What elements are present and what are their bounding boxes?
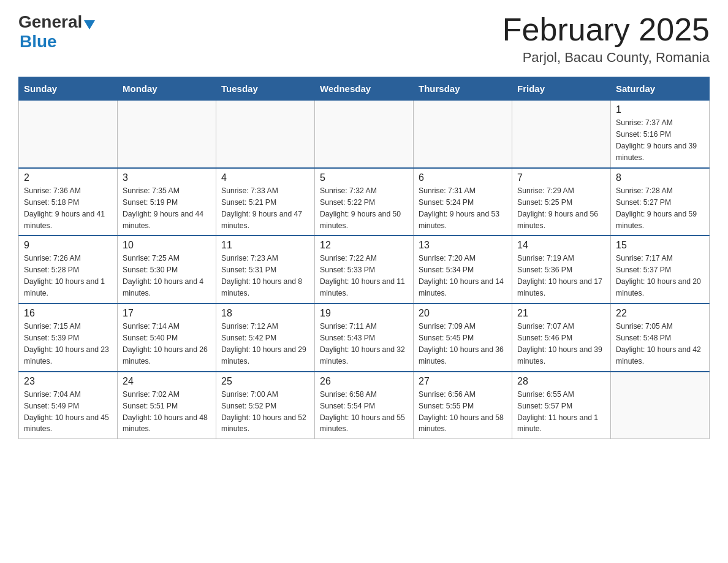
- day-number: 5: [320, 172, 408, 183]
- day-number: 27: [419, 376, 507, 387]
- calendar-week-row: 23Sunrise: 7:04 AM Sunset: 5:49 PM Dayli…: [19, 372, 710, 439]
- day-number: 26: [320, 376, 408, 387]
- day-number: 21: [517, 308, 605, 319]
- table-row: [19, 101, 118, 168]
- page-header: General Blue February 2025 Parjol, Bacau…: [18, 12, 710, 66]
- day-number: 15: [616, 240, 704, 251]
- day-info: Sunrise: 7:05 AM Sunset: 5:48 PM Dayligh…: [616, 321, 704, 367]
- day-info: Sunrise: 7:00 AM Sunset: 5:52 PM Dayligh…: [221, 389, 309, 435]
- day-info: Sunrise: 7:32 AM Sunset: 5:22 PM Dayligh…: [320, 185, 408, 232]
- calendar-table: Sunday Monday Tuesday Wednesday Thursday…: [18, 77, 710, 439]
- day-number: 22: [616, 308, 704, 319]
- table-row: 15Sunrise: 7:17 AM Sunset: 5:37 PM Dayli…: [611, 236, 710, 304]
- table-row: [611, 372, 710, 439]
- day-info: Sunrise: 7:22 AM Sunset: 5:33 PM Dayligh…: [320, 253, 408, 299]
- day-number: 25: [221, 376, 309, 387]
- table-row: 6Sunrise: 7:31 AM Sunset: 5:24 PM Daylig…: [414, 168, 512, 236]
- logo-blue-text: Blue: [20, 32, 57, 51]
- day-info: Sunrise: 7:25 AM Sunset: 5:30 PM Dayligh…: [123, 253, 211, 299]
- day-info: Sunrise: 7:26 AM Sunset: 5:28 PM Dayligh…: [24, 253, 112, 299]
- month-title: February 2025: [502, 12, 710, 47]
- day-number: 24: [123, 376, 211, 387]
- table-row: [118, 101, 216, 168]
- table-row: [216, 101, 315, 168]
- day-number: 17: [123, 308, 211, 319]
- table-row: 14Sunrise: 7:19 AM Sunset: 5:36 PM Dayli…: [512, 236, 611, 304]
- day-info: Sunrise: 7:20 AM Sunset: 5:34 PM Dayligh…: [419, 253, 507, 299]
- col-wednesday: Wednesday: [315, 77, 414, 101]
- col-friday: Friday: [512, 77, 611, 101]
- day-number: 16: [24, 308, 112, 319]
- col-saturday: Saturday: [611, 77, 710, 101]
- table-row: 9Sunrise: 7:26 AM Sunset: 5:28 PM Daylig…: [19, 236, 118, 304]
- day-info: Sunrise: 7:28 AM Sunset: 5:27 PM Dayligh…: [616, 185, 704, 232]
- table-row: [414, 101, 512, 168]
- day-info: Sunrise: 7:29 AM Sunset: 5:25 PM Dayligh…: [517, 185, 605, 232]
- table-row: 20Sunrise: 7:09 AM Sunset: 5:45 PM Dayli…: [414, 304, 512, 372]
- table-row: 4Sunrise: 7:33 AM Sunset: 5:21 PM Daylig…: [216, 168, 315, 236]
- table-row: 22Sunrise: 7:05 AM Sunset: 5:48 PM Dayli…: [611, 304, 710, 372]
- day-number: 7: [517, 172, 605, 183]
- table-row: 26Sunrise: 6:58 AM Sunset: 5:54 PM Dayli…: [315, 372, 414, 439]
- day-info: Sunrise: 7:14 AM Sunset: 5:40 PM Dayligh…: [123, 321, 211, 367]
- table-row: 3Sunrise: 7:35 AM Sunset: 5:19 PM Daylig…: [118, 168, 216, 236]
- day-number: 18: [221, 308, 309, 319]
- day-info: Sunrise: 7:07 AM Sunset: 5:46 PM Dayligh…: [517, 321, 605, 367]
- table-row: 2Sunrise: 7:36 AM Sunset: 5:18 PM Daylig…: [19, 168, 118, 236]
- day-info: Sunrise: 7:17 AM Sunset: 5:37 PM Dayligh…: [616, 253, 704, 299]
- day-number: 13: [419, 240, 507, 251]
- table-row: 27Sunrise: 6:56 AM Sunset: 5:55 PM Dayli…: [414, 372, 512, 439]
- day-info: Sunrise: 7:11 AM Sunset: 5:43 PM Dayligh…: [320, 321, 408, 367]
- day-info: Sunrise: 7:37 AM Sunset: 5:16 PM Dayligh…: [616, 117, 704, 164]
- table-row: 19Sunrise: 7:11 AM Sunset: 5:43 PM Dayli…: [315, 304, 414, 372]
- table-row: 7Sunrise: 7:29 AM Sunset: 5:25 PM Daylig…: [512, 168, 611, 236]
- day-info: Sunrise: 7:02 AM Sunset: 5:51 PM Dayligh…: [123, 389, 211, 435]
- day-info: Sunrise: 6:58 AM Sunset: 5:54 PM Dayligh…: [320, 389, 408, 435]
- logo-general-text: General: [18, 12, 82, 32]
- col-sunday: Sunday: [19, 77, 118, 101]
- table-row: 11Sunrise: 7:23 AM Sunset: 5:31 PM Dayli…: [216, 236, 315, 304]
- calendar-week-row: 9Sunrise: 7:26 AM Sunset: 5:28 PM Daylig…: [19, 236, 710, 304]
- day-number: 20: [419, 308, 507, 319]
- table-row: 16Sunrise: 7:15 AM Sunset: 5:39 PM Dayli…: [19, 304, 118, 372]
- col-tuesday: Tuesday: [216, 77, 315, 101]
- table-row: 10Sunrise: 7:25 AM Sunset: 5:30 PM Dayli…: [118, 236, 216, 304]
- table-row: 8Sunrise: 7:28 AM Sunset: 5:27 PM Daylig…: [611, 168, 710, 236]
- day-info: Sunrise: 7:23 AM Sunset: 5:31 PM Dayligh…: [221, 253, 309, 299]
- title-area: February 2025 Parjol, Bacau County, Roma…: [502, 12, 710, 66]
- logo: General Blue: [18, 12, 95, 52]
- day-number: 3: [123, 172, 211, 183]
- logo-triangle-icon: [84, 20, 95, 29]
- day-info: Sunrise: 7:12 AM Sunset: 5:42 PM Dayligh…: [221, 321, 309, 367]
- table-row: 1Sunrise: 7:37 AM Sunset: 5:16 PM Daylig…: [611, 101, 710, 168]
- day-number: 2: [24, 172, 112, 183]
- table-row: [512, 101, 611, 168]
- day-number: 6: [419, 172, 507, 183]
- table-row: 17Sunrise: 7:14 AM Sunset: 5:40 PM Dayli…: [118, 304, 216, 372]
- table-row: 21Sunrise: 7:07 AM Sunset: 5:46 PM Dayli…: [512, 304, 611, 372]
- day-number: 10: [123, 240, 211, 251]
- day-info: Sunrise: 7:31 AM Sunset: 5:24 PM Dayligh…: [419, 185, 507, 232]
- day-number: 9: [24, 240, 112, 251]
- table-row: 28Sunrise: 6:55 AM Sunset: 5:57 PM Dayli…: [512, 372, 611, 439]
- col-thursday: Thursday: [414, 77, 512, 101]
- calendar-week-row: 2Sunrise: 7:36 AM Sunset: 5:18 PM Daylig…: [19, 168, 710, 236]
- day-number: 12: [320, 240, 408, 251]
- day-info: Sunrise: 7:09 AM Sunset: 5:45 PM Dayligh…: [419, 321, 507, 367]
- table-row: 5Sunrise: 7:32 AM Sunset: 5:22 PM Daylig…: [315, 168, 414, 236]
- table-row: 25Sunrise: 7:00 AM Sunset: 5:52 PM Dayli…: [216, 372, 315, 439]
- day-info: Sunrise: 6:55 AM Sunset: 5:57 PM Dayligh…: [517, 389, 605, 435]
- day-info: Sunrise: 7:04 AM Sunset: 5:49 PM Dayligh…: [24, 389, 112, 435]
- table-row: 24Sunrise: 7:02 AM Sunset: 5:51 PM Dayli…: [118, 372, 216, 439]
- day-info: Sunrise: 7:15 AM Sunset: 5:39 PM Dayligh…: [24, 321, 112, 367]
- day-number: 1: [616, 104, 704, 115]
- day-info: Sunrise: 7:33 AM Sunset: 5:21 PM Dayligh…: [221, 185, 309, 232]
- day-info: Sunrise: 6:56 AM Sunset: 5:55 PM Dayligh…: [419, 389, 507, 435]
- col-monday: Monday: [118, 77, 216, 101]
- table-row: [315, 101, 414, 168]
- calendar-header-row: Sunday Monday Tuesday Wednesday Thursday…: [19, 77, 710, 101]
- day-number: 8: [616, 172, 704, 183]
- table-row: 12Sunrise: 7:22 AM Sunset: 5:33 PM Dayli…: [315, 236, 414, 304]
- day-info: Sunrise: 7:19 AM Sunset: 5:36 PM Dayligh…: [517, 253, 605, 299]
- day-info: Sunrise: 7:35 AM Sunset: 5:19 PM Dayligh…: [123, 185, 211, 232]
